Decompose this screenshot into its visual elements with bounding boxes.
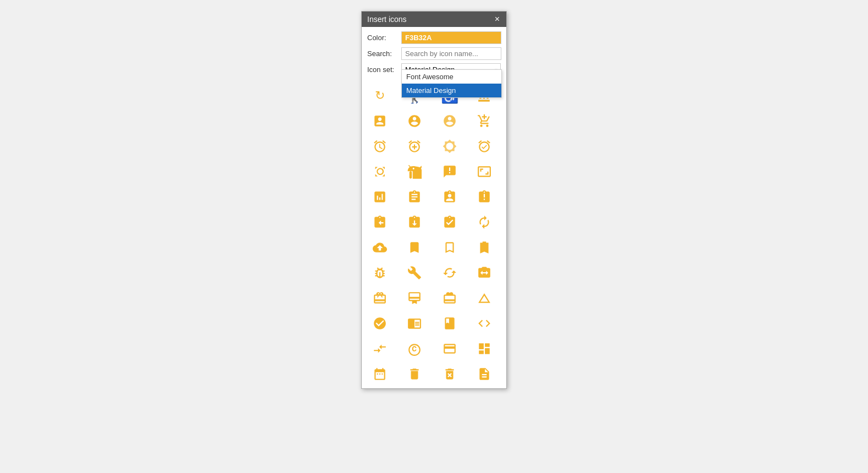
search-label: Search: xyxy=(367,50,401,58)
icon-date-range[interactable] xyxy=(365,362,395,386)
icon-code[interactable] xyxy=(469,311,499,336)
icon-assignment[interactable] xyxy=(400,185,429,209)
dialog-titlebar: Insert icons × xyxy=(362,12,506,27)
icon-alarm-add[interactable] xyxy=(400,134,429,158)
search-input[interactable] xyxy=(401,47,501,60)
icon-card-giftcard[interactable] xyxy=(365,286,395,310)
icon-announcement[interactable] xyxy=(435,160,465,184)
icon-alarm-on[interactable] xyxy=(469,134,499,158)
icon-assignment-turned-in[interactable] xyxy=(435,210,465,234)
color-input[interactable] xyxy=(401,31,501,44)
icon-card-travel[interactable] xyxy=(435,286,465,310)
icon-all-out[interactable] xyxy=(365,160,395,184)
icon-delete-forever[interactable] xyxy=(435,362,465,386)
icon-compare-arrows[interactable] xyxy=(365,337,395,361)
icon-bug-report[interactable] xyxy=(365,261,395,285)
icon-check-circle[interactable] xyxy=(365,311,395,336)
icon-chrome-reader[interactable] xyxy=(400,311,429,336)
icon-change-history[interactable] xyxy=(469,286,499,310)
icon-card-membership[interactable] xyxy=(400,286,429,310)
icons-grid: ↻ 🚶 ♿ xyxy=(365,84,503,386)
dialog-title: Insert icons xyxy=(367,15,407,24)
icon-account-box[interactable] xyxy=(365,109,395,133)
icon-delete[interactable] xyxy=(400,362,429,386)
dropdown-item-material-design[interactable]: Material Design xyxy=(402,84,501,97)
icon-android[interactable] xyxy=(400,160,429,184)
icons-area: ↻ 🚶 ♿ xyxy=(362,81,506,388)
icon-alarm[interactable] xyxy=(365,134,395,158)
icon-camera-enhance[interactable] xyxy=(469,261,499,285)
icon-bookmark-border[interactable] xyxy=(435,235,465,260)
icon-bookmarks[interactable] xyxy=(469,235,499,260)
icon-assignment-late[interactable] xyxy=(469,185,499,209)
icon-3d-rotation[interactable]: ↻ xyxy=(365,84,395,108)
icon-build[interactable] xyxy=(400,261,429,285)
icon-assignment-return[interactable] xyxy=(365,210,395,234)
color-row: Color: xyxy=(367,31,501,44)
icon-add-shopping-cart[interactable] xyxy=(469,109,499,133)
close-button[interactable]: × xyxy=(494,15,501,24)
dropdown-item-font-awesome[interactable]: Font Awesome xyxy=(402,70,501,84)
icon-autorenew[interactable] xyxy=(469,210,499,234)
icon-assignment-ind[interactable] xyxy=(435,185,465,209)
search-row: Search: xyxy=(367,47,501,60)
icon-dashboard[interactable] xyxy=(469,337,499,361)
icon-assignment-returned[interactable] xyxy=(400,210,429,234)
icon-copyright[interactable] xyxy=(400,337,429,361)
icon-class[interactable] xyxy=(435,311,465,336)
icon-credit-card[interactable] xyxy=(435,337,465,361)
icon-backup[interactable] xyxy=(365,235,395,260)
icon-description[interactable] xyxy=(469,362,499,386)
iconset-label: Icon set: xyxy=(367,65,401,74)
icon-account-circle2[interactable] xyxy=(435,109,465,133)
icon-bookmark-filled[interactable] xyxy=(400,235,429,260)
icon-aspect-ratio[interactable] xyxy=(469,160,499,184)
iconset-dropdown[interactable]: Font Awesome Material Design xyxy=(401,69,502,98)
color-label: Color: xyxy=(367,34,401,42)
icon-cached[interactable] xyxy=(435,261,465,285)
insert-icons-dialog: Insert icons × Color: Search: Icon set: … xyxy=(361,11,507,389)
icon-assessment[interactable] xyxy=(365,185,395,209)
icon-alarm-off[interactable] xyxy=(435,134,465,158)
icon-account-circle[interactable] xyxy=(400,109,429,133)
